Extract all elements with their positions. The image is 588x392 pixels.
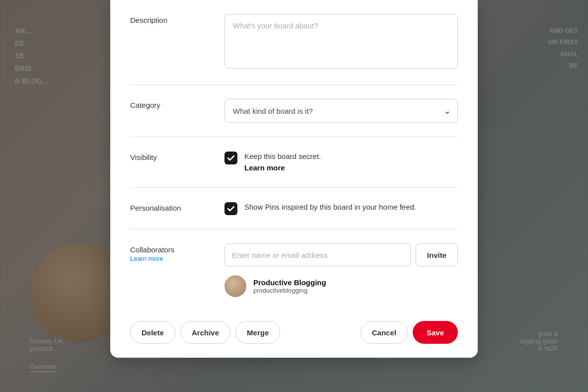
visibility-checkbox[interactable] bbox=[224, 152, 237, 164]
description-control bbox=[224, 14, 458, 71]
invite-input[interactable] bbox=[224, 243, 411, 266]
personalisation-row: Personalisation Show Pins inspired by th… bbox=[130, 188, 458, 230]
visibility-control: Keep this board secret. Learn more bbox=[224, 151, 458, 173]
visibility-learn-more[interactable]: Learn more bbox=[244, 162, 321, 174]
delete-button[interactable]: Delete bbox=[130, 321, 175, 344]
visibility-label: Visibility bbox=[130, 151, 210, 161]
merge-button[interactable]: Merge bbox=[235, 321, 280, 344]
checkmark-icon bbox=[227, 154, 235, 162]
collaborators-row: Collaborators Learn more Invite Producti… bbox=[130, 230, 458, 311]
category-control: What kind of board is it? Art Food Trave… bbox=[224, 99, 458, 123]
personalisation-checkbox[interactable] bbox=[224, 202, 237, 215]
visibility-line1: Keep this board secret. bbox=[244, 152, 321, 160]
collaborator-handle: productiveblogging bbox=[253, 287, 326, 294]
personalisation-checkbox-row: Show Pins inspired by this board in your… bbox=[224, 202, 458, 215]
category-select-wrapper: What kind of board is it? Art Food Trave… bbox=[224, 99, 458, 123]
category-label: Category bbox=[130, 99, 210, 109]
modal-dialog: Description Category What kind of board … bbox=[110, 0, 478, 358]
description-row: Description bbox=[130, 0, 458, 85]
visibility-text: Keep this board secret. Learn more bbox=[244, 151, 321, 173]
personalisation-text: Show Pins inspired by this board in your… bbox=[244, 202, 416, 213]
modal-body: Description Category What kind of board … bbox=[110, 0, 478, 311]
cancel-button[interactable]: Cancel bbox=[361, 321, 408, 344]
collaborator-name: Productive Blogging bbox=[253, 278, 326, 287]
collaborator-avatar-image bbox=[224, 275, 246, 297]
collaborator-info: Productive Blogging productiveblogging bbox=[253, 278, 326, 294]
collaborator-avatar bbox=[224, 275, 246, 297]
personalisation-description: Show Pins inspired by this board in your… bbox=[244, 203, 416, 211]
personalisation-control: Show Pins inspired by this board in your… bbox=[224, 202, 458, 215]
collaborators-control: Invite Productive Blogging productiveblo… bbox=[224, 243, 458, 297]
save-button[interactable]: Save bbox=[413, 321, 458, 344]
personalisation-label: Personalisation bbox=[130, 202, 210, 212]
invite-button[interactable]: Invite bbox=[416, 243, 458, 266]
category-select[interactable]: What kind of board is it? Art Food Trave… bbox=[224, 99, 458, 123]
invite-row: Invite bbox=[224, 243, 458, 266]
visibility-checkbox-row: Keep this board secret. Learn more bbox=[224, 151, 458, 173]
archive-button[interactable]: Archive bbox=[180, 321, 230, 344]
description-label: Description bbox=[130, 14, 210, 24]
visibility-row: Visibility Keep this board secret. Learn… bbox=[130, 137, 458, 188]
collaborator-item: Productive Blogging productiveblogging bbox=[224, 275, 458, 297]
collaborators-label: Collaborators Learn more bbox=[130, 243, 210, 262]
checkmark-icon-2 bbox=[227, 205, 235, 213]
category-row: Category What kind of board is it? Art F… bbox=[130, 85, 458, 137]
description-textarea[interactable] bbox=[224, 14, 458, 69]
collaborators-learn-more[interactable]: Learn more bbox=[130, 255, 210, 262]
collaborators-label-text: Collaborators bbox=[130, 245, 174, 254]
modal-footer: Delete Archive Merge Cancel Save bbox=[110, 311, 478, 358]
